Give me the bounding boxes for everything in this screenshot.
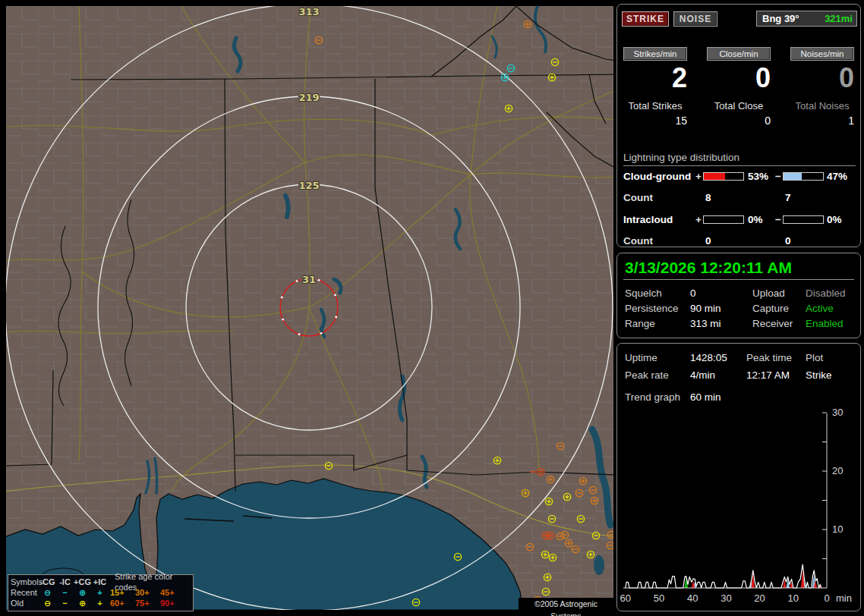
- legend-symbol: −: [56, 587, 74, 598]
- total-label: Total Noises: [790, 100, 854, 112]
- legend-symbol: +: [91, 587, 109, 598]
- rate-value: 0: [790, 62, 854, 94]
- noise-toggle-button[interactable]: NOISE: [673, 11, 717, 27]
- rate-button[interactable]: Strikes/min: [623, 47, 687, 61]
- total-value: 15: [623, 115, 687, 127]
- age-code: 30+: [134, 587, 159, 598]
- field-label: Persistence: [625, 303, 679, 314]
- field-label: Peak time: [746, 352, 792, 363]
- alarm-ring-dot: [320, 332, 323, 335]
- plus-count: 8: [705, 192, 711, 203]
- distribution-row: Intracloud+0%−0%: [617, 214, 862, 226]
- ring-distance-label: 31: [302, 274, 316, 285]
- field-value: Strike: [806, 369, 832, 381]
- field-value: Disabled: [806, 288, 846, 299]
- total-label: Total Close: [707, 100, 771, 112]
- age-code: 15+: [109, 587, 134, 598]
- strike-toggle-button[interactable]: STRIKE: [622, 11, 669, 27]
- field-value: 0: [690, 288, 696, 299]
- field-label: Plot: [806, 352, 823, 363]
- rate-button[interactable]: Noises/min: [790, 47, 854, 61]
- distribution-title: Lightning type distribution: [623, 152, 856, 166]
- age-code: 75+: [134, 598, 159, 608]
- symbol-legend: Symbols-CG-IC+CG+ICStrike age color code…: [8, 574, 194, 611]
- distribution-bar: [783, 215, 824, 224]
- distribution-bar: [703, 172, 744, 181]
- kv-row: Uptime1428:05Peak timePlot: [617, 352, 862, 366]
- percentage-value: 47%: [827, 171, 847, 182]
- trend-line: [626, 564, 821, 588]
- legend-row: Recent⊖−⊕+15+30+45+: [11, 587, 191, 598]
- legend-symbol: -IC: [56, 577, 74, 587]
- kv-row: Range313 miReceiverEnabled: [617, 318, 862, 332]
- field-value: 90 min: [690, 303, 721, 314]
- x-tick-label: 0: [824, 592, 829, 604]
- total-value: 0: [707, 115, 771, 127]
- x-tick-label: 30: [721, 592, 731, 604]
- legend-symbol: +: [91, 598, 109, 608]
- field-value: Enabled: [806, 318, 844, 329]
- polarity-sign: −: [775, 171, 781, 182]
- legend-symbol: ⊖: [39, 598, 56, 608]
- field-label: Receiver: [752, 318, 793, 329]
- count-label: Count: [623, 235, 653, 247]
- field-value: 1428:05: [690, 352, 727, 363]
- bearing-label: Bng 39°: [762, 11, 799, 26]
- legend-symbol: ⊖: [39, 587, 56, 598]
- trend-label-row: Trend graph60 min: [617, 391, 862, 405]
- date-time-display: 3/13/2026 12:20:11 AM: [625, 259, 792, 277]
- count-row: Count87: [617, 192, 862, 204]
- alarm-ring-dot: [298, 333, 301, 335]
- rate-column: Strikes/min2Total Strikes15: [623, 47, 687, 127]
- ring-distance-label: 219: [298, 92, 319, 103]
- field-value: 12:17 AM: [746, 369, 790, 381]
- x-tick-label: 10: [788, 592, 799, 604]
- distribution-bar: [703, 215, 744, 224]
- ring-distance-label: 125: [298, 180, 319, 191]
- ring-distance-label: 313: [298, 6, 319, 17]
- alarm-ring-dot: [335, 316, 337, 319]
- bearing-distance: 321mi: [825, 11, 853, 26]
- alarm-ring-dot: [296, 280, 298, 282]
- field-label: Range: [625, 318, 655, 329]
- field-value: 4/min: [690, 369, 715, 381]
- plus-count: 0: [705, 235, 711, 247]
- rate-button[interactable]: Close/min: [707, 47, 771, 61]
- field-label: Capture: [752, 303, 789, 314]
- minus-count: 0: [785, 235, 791, 247]
- legend-symbol: −: [56, 598, 74, 608]
- lightning-type-name: Cloud-ground: [623, 171, 691, 182]
- polarity-sign: +: [695, 214, 702, 225]
- kv-row: Squelch0UploadDisabled: [617, 288, 862, 301]
- percentage-value: 0%: [748, 214, 763, 225]
- legend-row: Old⊖−⊕+60+75+90+: [11, 598, 191, 608]
- trend-graph: 3020106050403020100min: [620, 407, 857, 608]
- map-display[interactable]: 31321912531: [6, 6, 613, 610]
- application-window: 31321912531 ©2005 Astrogenic Systems Sym…: [0, 0, 864, 616]
- alarm-ring-dot: [334, 294, 336, 297]
- count-label: Count: [623, 192, 653, 203]
- field-label: Upload: [752, 288, 785, 299]
- age-code: 60+: [109, 598, 134, 608]
- polarity-sign: +: [695, 171, 702, 182]
- legend-symbol: +IC: [91, 577, 109, 587]
- legend-symbol: ⊕: [74, 587, 91, 598]
- legend-label: Recent: [11, 587, 39, 598]
- legend-label: Symbols: [11, 577, 39, 587]
- legend-symbol: -CG: [39, 577, 56, 587]
- kv-row: Peak rate4/min12:17 AMStrike: [617, 369, 862, 383]
- distribution-row: Cloud-ground+53%−47%: [617, 171, 862, 183]
- alarm-ring-dot: [318, 279, 320, 281]
- status-section: 3/13/2026 12:20:11 AM Squelch0UploadDisa…: [616, 253, 861, 338]
- divider: [623, 279, 854, 280]
- copyright-notice: ©2005 Astrogenic Systems: [519, 598, 613, 610]
- trend-window-value: 60 min: [690, 391, 721, 403]
- distribution-bar-fill: [784, 173, 802, 180]
- rate-column: Noises/min0Total Noises1: [790, 47, 854, 127]
- total-label: Total Strikes: [623, 100, 687, 112]
- legend-symbol: ⊕: [74, 598, 91, 608]
- x-tick-label: 60: [620, 592, 631, 604]
- percentage-value: 53%: [748, 171, 768, 182]
- field-value: 313 mi: [690, 318, 721, 329]
- total-value: 1: [790, 115, 854, 127]
